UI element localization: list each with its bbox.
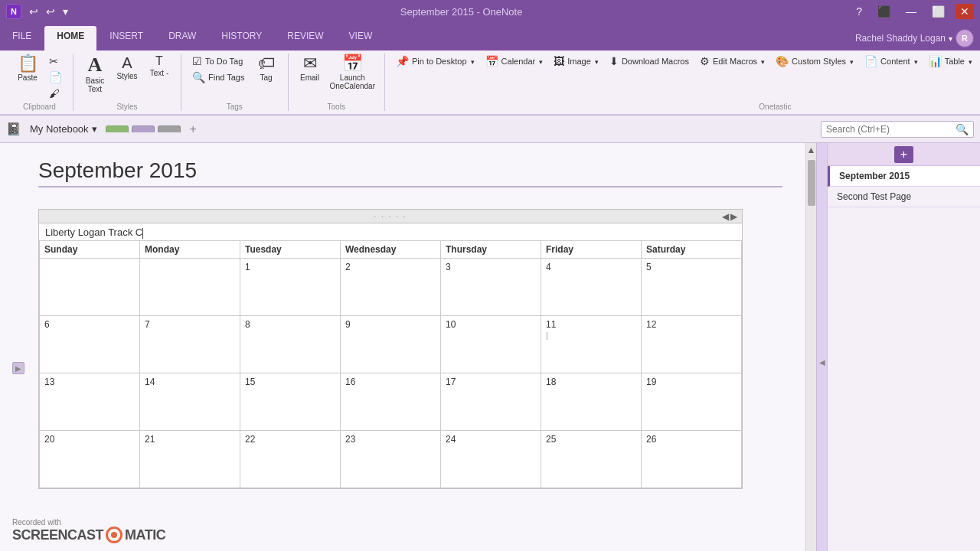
table-row: 20 21 22 23 24 25 26 [40,430,742,487]
custom-styles-button[interactable]: 🎨 Custom Styles ▾ [771,54,858,69]
tab-home[interactable]: HOME [44,26,96,51]
calendar-cell[interactable]: 16 [341,373,441,430]
calendar-expand-right[interactable]: ▶ [730,211,737,222]
calendar-cell[interactable]: 22 [240,430,341,487]
page-item-september2015[interactable]: September 2015 [828,166,980,187]
calendar-cell[interactable]: 8 [240,315,341,373]
calendar-cell[interactable]: 7 [140,315,240,373]
tab-file[interactable]: FILE [0,26,44,51]
watermark-brand-text2: MATIC [125,527,165,543]
section-tab-3[interactable] [158,126,181,132]
cut-button[interactable]: ✂ [44,54,67,69]
table-button[interactable]: 📊 Table ▾ [924,54,977,69]
calendar-cell[interactable]: 19 [642,373,742,430]
notebook-icon: 📓 [6,122,21,136]
calendar-cell[interactable]: 25 [541,430,642,487]
help-button[interactable]: ? [851,4,867,19]
download-macros-button[interactable]: ⬇ Download Macros [605,54,694,69]
resize-handle[interactable]: · · · · · [374,212,407,220]
maximize-button[interactable]: ⬜ [927,4,949,19]
calendar-cell[interactable]: 13 [40,373,140,430]
format-painter-button[interactable]: 🖌 [44,86,67,101]
scroll-thumb[interactable] [808,160,815,206]
calendar-cell[interactable]: 11| [541,315,642,373]
calendar-cell[interactable] [40,258,140,315]
calendar-cell[interactable]: 5 [642,258,742,315]
page-title-input[interactable] [38,158,782,187]
text-button[interactable]: T Text - [144,54,175,79]
launch-onecalendar-button[interactable]: 📅 LaunchOneCalendar [327,54,378,92]
todo-tag-button[interactable]: ☑ To Do Tag [188,54,250,69]
copy-button[interactable]: 📄 [44,70,67,85]
calendar-cell[interactable]: 1 [240,258,341,315]
calendar-cell[interactable]: 3 [441,258,541,315]
todo-tag-label: To Do Tag [205,57,243,66]
tag-button[interactable]: 🏷 Tag [251,54,282,83]
tab-insert[interactable]: INSERT [97,26,155,51]
cut-copy-group: ✂ 📄 🖌 [44,54,67,101]
table-icon: 📊 [929,56,942,67]
calendar-cell[interactable]: 17 [441,373,541,430]
restore-button[interactable]: ⬛ [873,4,895,19]
calendar-cell[interactable]: 21 [140,430,240,487]
calendar-arrows: ◀ ▶ [722,211,737,222]
watermark: Recorded with SCREENCAST MATIC [12,518,165,543]
calendar-cell[interactable]: 26 [642,430,742,487]
calendar-expand-left[interactable]: ◀ [722,211,729,222]
find-tags-button[interactable]: 🔍 Find Tags [188,70,250,85]
ribbon-content: 📋 Paste ✂ 📄 🖌 Clipboard [0,51,980,115]
tab-review[interactable]: REVIEW [275,26,335,51]
calendar-cell[interactable]: 20 [40,430,140,487]
paste-button[interactable]: 📋 Paste [12,54,43,83]
email-button[interactable]: ✉ Email [295,54,325,83]
tab-view[interactable]: VIEW [337,26,385,51]
screencastomatic-dot [111,532,117,538]
page-fold-handle[interactable]: ▶ [12,362,24,374]
quick-access: ↩ ↩ ▾ [26,4,71,19]
account-menu[interactable]: ▾ [946,33,956,44]
undo-button[interactable]: ↩ [26,4,41,19]
content-button[interactable]: 📄 Content ▾ [860,54,923,69]
collapse-panel-button[interactable]: ◀ [816,143,827,551]
add-section-button[interactable]: + [184,119,203,139]
redo-button[interactable]: ↩ [43,4,58,19]
pin-label: Pin to Desktop ▾ [412,57,475,66]
email-label: Email [300,73,319,82]
calendar-cell[interactable]: 15 [240,373,341,430]
styles-button[interactable]: A Styles [112,54,142,82]
calendar-cell[interactable]: 23 [341,430,441,487]
tab-draw[interactable]: DRAW [156,26,208,51]
screencastomatic-circle-icon [106,527,122,543]
notebook-name: My Notebook [30,123,89,135]
calendar-icon: 📅 [342,55,363,72]
pin-to-desktop-button[interactable]: 📌 Pin to Desktop ▾ [391,54,479,69]
section-tab-2[interactable] [132,126,155,132]
close-button[interactable]: ✕ [956,4,974,19]
basic-text-button[interactable]: A BasicText [80,54,110,95]
minimize-button[interactable]: — [901,4,921,19]
calendar-cell[interactable]: 18 [541,373,642,430]
section-tab-1[interactable] [106,126,129,132]
notebook-selector[interactable]: My Notebook ▾ [24,121,103,137]
calendar-cell[interactable]: 9 [341,315,441,373]
calendar-cell[interactable] [140,258,240,315]
add-page-button[interactable]: + [894,146,913,163]
window-title: September 2015 - OneNote [71,6,851,18]
calendar-cell[interactable]: 2 [341,258,441,315]
tools-buttons: ✉ Email 📅 LaunchOneCalendar [295,54,378,101]
ribbon-group-tags: ☑ To Do Tag 🔍 Find Tags 🏷 Tag Tags [181,54,289,111]
edit-macros-button[interactable]: ⚙ Edit Macros ▾ [695,54,769,69]
page-item-second-test[interactable]: Second Test Page [828,187,980,207]
pages-list: September 2015 Second Test Page [828,166,980,551]
calendar-onetastic-button[interactable]: 📅 Calendar ▾ [481,54,548,69]
image-button[interactable]: 🖼 Image ▾ [549,54,603,69]
tab-history[interactable]: HISTORY [209,26,274,51]
calendar-cell[interactable]: 6 [40,315,140,373]
search-input[interactable] [826,124,956,135]
calendar-cell[interactable]: 12 [642,315,742,373]
calendar-cell[interactable]: 10 [441,315,541,373]
calendar-cell[interactable]: 14 [140,373,240,430]
calendar-cell[interactable]: 4 [541,258,642,315]
calendar-cell[interactable]: 24 [441,430,541,487]
customize-button[interactable]: ▾ [60,4,71,19]
